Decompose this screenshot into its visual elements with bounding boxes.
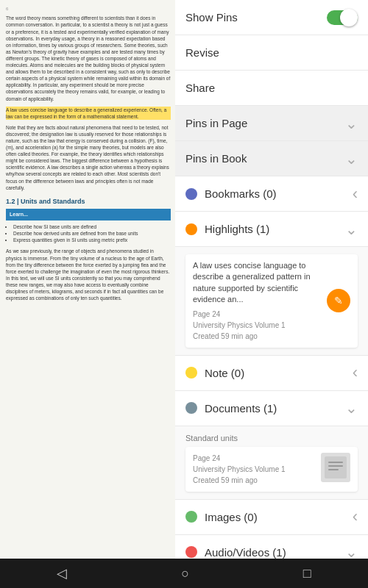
bullet-item: Describe how SI base units are defined	[13, 223, 171, 230]
documents-card: Page 24 University Physics Volume 1 Crea…	[185, 447, 358, 492]
pins-in-book-row[interactable]: Pins in Book	[175, 141, 368, 176]
documents-row[interactable]: Documents (1)	[175, 391, 368, 426]
highlight-created: Created 59 min ago	[193, 332, 258, 340]
highlights-row[interactable]: Highlights (1)	[175, 212, 368, 247]
documents-content: Standard units Page 24 University Physic…	[175, 426, 368, 500]
documents-card-text: Page 24 University Physics Volume 1 Crea…	[193, 453, 315, 486]
audio-videos-dot	[185, 546, 197, 558]
images-label: Images (0)	[205, 511, 353, 523]
section-heading: 1.2 | Units and Standards	[6, 197, 171, 207]
note-dot	[185, 367, 197, 379]
documents-label: Documents (1)	[205, 402, 345, 415]
paragraph-1: The word theory means something differen…	[6, 15, 171, 101]
show-pins-label: Show Pins	[185, 11, 321, 24]
bullet-list: Describe how SI base units are defined D…	[13, 223, 171, 243]
documents-created: Created 59 min ago	[193, 476, 258, 484]
pins-in-page-label: Pins in Page	[185, 117, 345, 129]
right-panel: Show Pins Revise Share Pins in Page Pins…	[175, 0, 368, 559]
documents-source: University Physics Volume 1	[193, 465, 286, 473]
documents-thumb	[321, 453, 350, 482]
paragraph-3: As we saw previously, the range of objec…	[6, 248, 171, 301]
highlight-text: A law uses concise language to describe …	[6, 107, 171, 120]
highlight-edit-button[interactable]: ✎	[327, 289, 350, 312]
standard-units-label-1: Standard units	[185, 434, 358, 442]
bookmarks-dot	[185, 188, 197, 200]
highlight-card-desc: A law uses concise language to describe …	[193, 260, 321, 306]
audio-videos-chevron-icon	[345, 543, 358, 559]
svg-rect-0	[325, 456, 347, 478]
recents-button[interactable]: □	[289, 562, 326, 585]
images-dot	[185, 511, 197, 523]
document-thumb-icon	[325, 456, 347, 478]
highlight-page: Page 24	[193, 310, 220, 318]
bullet-item: Describe how derived units are defined f…	[13, 230, 171, 237]
images-chevron-icon	[353, 507, 358, 526]
highlight-card-meta: Page 24 University Physics Volume 1 Crea…	[193, 309, 321, 342]
paragraph-2: Note that they are facts about natural p…	[6, 124, 171, 191]
bookmarks-chevron-icon	[353, 184, 358, 204]
page-number: 6	[6, 6, 171, 12]
highlights-chevron-icon	[345, 220, 358, 238]
documents-page: Page 24	[193, 454, 220, 462]
bullet-item: Express quantities given in SI units usi…	[13, 237, 171, 243]
svg-rect-1	[328, 462, 343, 463]
svg-rect-2	[328, 465, 343, 467]
highlights-content: A law uses concise language to describe …	[175, 247, 368, 356]
documents-chevron-icon	[345, 399, 358, 417]
share-row[interactable]: Share	[175, 71, 368, 106]
documents-dot	[185, 402, 197, 414]
pins-in-book-chevron-icon	[345, 150, 358, 168]
nav-bar: ◁ ○ □	[0, 559, 368, 588]
pins-in-page-chevron-icon	[345, 115, 358, 132]
images-row[interactable]: Images (0)	[175, 500, 368, 535]
documents-card-meta: Page 24 University Physics Volume 1 Crea…	[193, 453, 315, 486]
bookmarks-label: Bookmarks (0)	[205, 187, 353, 200]
audio-videos-row[interactable]: Audio/Videos (1)	[175, 535, 368, 559]
book-content: 6 The word theory means something differ…	[0, 0, 177, 559]
highlights-label: Highlights (1)	[205, 223, 345, 235]
highlights-dot	[185, 223, 197, 235]
audio-videos-label: Audio/Videos (1)	[205, 546, 345, 559]
show-pins-toggle[interactable]	[327, 9, 358, 26]
revise-row[interactable]: Revise	[175, 35, 368, 71]
note-chevron-icon	[353, 363, 358, 382]
svg-rect-3	[328, 469, 339, 470]
pins-in-book-label: Pins in Book	[185, 152, 345, 165]
revise-label: Revise	[185, 46, 358, 59]
pins-in-page-row[interactable]: Pins in Page	[175, 106, 368, 141]
share-label: Share	[185, 82, 358, 94]
bookmarks-row[interactable]: Bookmarks (0)	[175, 176, 368, 212]
note-label: Note (0)	[205, 367, 353, 379]
learn-box: Learn...	[6, 209, 171, 220]
toggle-thumb	[340, 9, 358, 26]
home-button[interactable]: ○	[166, 562, 204, 585]
back-button[interactable]: ◁	[42, 562, 82, 585]
note-row[interactable]: Note (0)	[175, 356, 368, 391]
show-pins-row[interactable]: Show Pins	[175, 0, 368, 35]
highlight-source: University Physics Volume 1	[193, 321, 286, 329]
highlight-card: A law uses concise language to describe …	[185, 254, 358, 348]
highlight-card-text: A law uses concise language to describe …	[193, 260, 321, 342]
